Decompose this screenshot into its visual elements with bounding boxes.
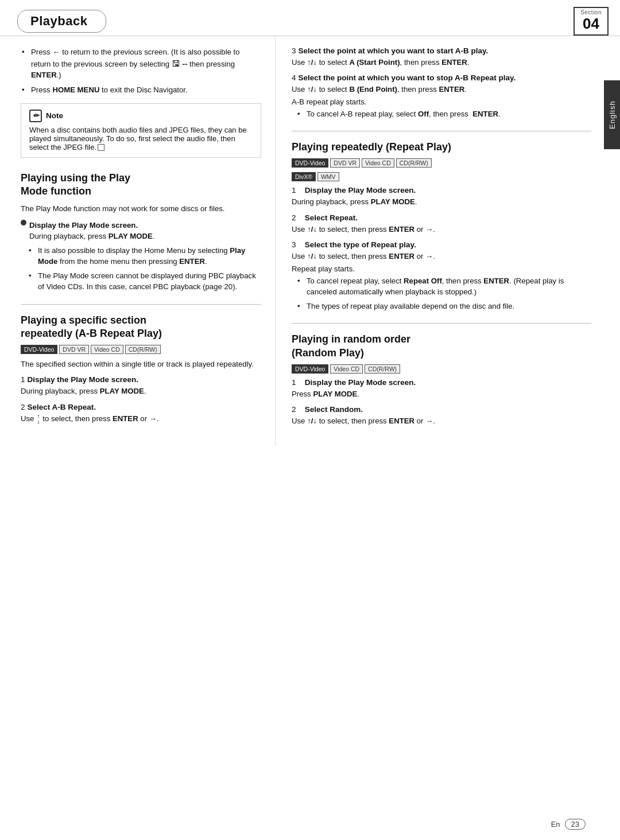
step-2: 2Select A-B Repeat. Use ↑↓ to select, th… xyxy=(21,403,261,424)
random-play-title: Playing in random order(Random Play) xyxy=(292,333,591,360)
ab-repeat-intro: The specified section within a single ti… xyxy=(21,359,261,370)
repeat-cancel-bullets: To cancel repeat play, select Repeat Off… xyxy=(296,275,591,312)
repeat-play-starts: Repeat play starts. xyxy=(292,265,591,273)
repeat-play-title: Playing repeatedly (Repeat Play) xyxy=(292,141,591,154)
badge-rand-dvd-video: DVD-Video xyxy=(292,364,328,374)
left-column: Press ← to return to the previous screen… xyxy=(0,36,276,446)
ab-repeat-title: Playing a specific sectionrepeatedly (A-… xyxy=(21,314,261,341)
play-mode-section: Playing using the PlayMode function The … xyxy=(21,172,261,293)
note-end-icon xyxy=(98,144,104,151)
rand-step-1: 1 Display the Play Mode screen. Press PL… xyxy=(292,378,591,399)
note-icon: ✏ xyxy=(29,110,42,122)
badge-rp-video-cd: Video CD xyxy=(362,158,394,168)
section-box: Section 04 xyxy=(574,7,609,36)
main-content: Press ← to return to the previous screen… xyxy=(0,36,620,446)
ab-repeat-starts: A-B repeat play starts. xyxy=(292,98,591,106)
bullet-home-menu: Press HOME MENU to exit the Disc Navigat… xyxy=(21,84,261,95)
repeat-play-section: Playing repeatedly (Repeat Play) DVD-Vid… xyxy=(292,141,591,312)
ab-repeat-badges: DVD-Video DVD VR Video CD CD(R/RW) xyxy=(21,345,261,354)
badge-cd-rw: CD(R/RW) xyxy=(125,345,161,354)
note-header: ✏ Note xyxy=(29,110,253,122)
repeat-play-badges-row2: DivX® WMV xyxy=(292,172,591,181)
badge-rp-cd-rw: CD(R/RW) xyxy=(396,158,432,168)
badge-dvd-video: DVD-Video xyxy=(21,345,57,354)
page-header: Playback Section 04 xyxy=(0,0,620,36)
footer-page-number: 23 xyxy=(565,819,586,830)
bullet-back: Press ← to return to the previous screen… xyxy=(21,46,261,81)
play-mode-title: Playing using the PlayMode function xyxy=(21,172,261,199)
section-number: 04 xyxy=(583,15,599,32)
rp-step-3: 3 Select the type of Repeat play. Use ↑/… xyxy=(292,240,591,312)
page-footer: En 23 xyxy=(551,819,586,830)
step-1: 1Display the Play Mode screen. During pl… xyxy=(21,375,261,396)
ab-repeat-section: Playing a specific sectionrepeatedly (A-… xyxy=(21,314,261,424)
badge-rp-dvd-video: DVD-Video xyxy=(292,158,328,168)
note-box: ✏ Note When a disc contains both audio f… xyxy=(21,103,261,158)
play-mode-bullet-1: It is also possible to display the Home … xyxy=(28,245,261,267)
divider-3 xyxy=(292,323,591,324)
random-play-badges: DVD-Video Video CD CD(R/RW) xyxy=(292,364,591,374)
badge-video-cd: Video CD xyxy=(91,345,123,354)
right-column: 3Select the point at which you want to s… xyxy=(276,36,620,446)
intro-bullets: Press ← to return to the previous screen… xyxy=(21,46,261,95)
play-mode-bullet-2: The Play Mode screen cannot be displayed… xyxy=(28,270,261,292)
badge-rp-dvd-vr: DVD VR xyxy=(330,158,360,168)
badge-rand-video-cd: Video CD xyxy=(330,364,363,374)
divider-1 xyxy=(21,304,261,305)
footer-en: En xyxy=(551,820,560,829)
badge-rp-divx: DivX® xyxy=(292,172,316,181)
rand-step-2: 2 Select Random. Use ↑/↓ to select, then… xyxy=(292,405,591,426)
display-play-mode-step: Display the Play Mode screen. During pla… xyxy=(21,220,261,242)
badge-rp-wmv: WMV xyxy=(317,172,339,181)
step-4-ab: 4Select the point at which you want to s… xyxy=(292,73,591,119)
ab-cancel-bullet: To cancel A-B repeat play, select Off, t… xyxy=(296,108,591,119)
page-title: Playback xyxy=(30,14,87,28)
random-play-section: Playing in random order(Random Play) DVD… xyxy=(292,333,591,426)
rp-step-2: 2 Select Repeat. Use ↑/↓ to select, then… xyxy=(292,213,591,235)
step-3-ab: 3Select the point at which you want to s… xyxy=(292,46,591,68)
badge-dvd-vr: DVD VR xyxy=(59,345,89,354)
note-body: When a disc contains both audio files an… xyxy=(29,126,253,151)
play-mode-intro: The Play Mode function may not work for … xyxy=(21,203,261,214)
play-mode-bullets: It is also possible to display the Home … xyxy=(28,245,261,293)
bullet-dot xyxy=(21,220,26,225)
ab-repeat-right: 3Select the point at which you want to s… xyxy=(292,46,591,119)
badge-rand-cd-rw: CD(R/RW) xyxy=(365,364,400,374)
rp-step-1: 1 Display the Play Mode screen. During p… xyxy=(292,186,591,207)
note-title: Note xyxy=(46,111,63,120)
repeat-play-badges-row1: DVD-Video DVD VR Video CD CD(R/RW) xyxy=(292,158,591,168)
divider-2 xyxy=(292,131,591,131)
language-tab: English xyxy=(604,80,620,149)
